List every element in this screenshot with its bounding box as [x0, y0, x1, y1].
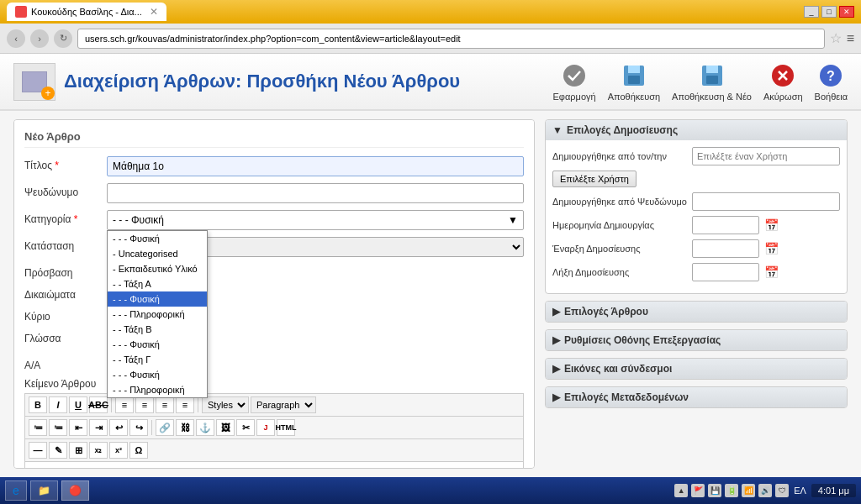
rte-align-right-button[interactable]: ≡ [156, 396, 174, 413]
publishing-section: ▼ Επιλογές Δημοσίευσης Δημιουργήθηκε από… [545, 119, 848, 294]
rte-edit-button[interactable]: ✎ [49, 442, 67, 459]
rte-body[interactable] [24, 461, 524, 469]
rte-bold-button[interactable]: B [29, 396, 47, 413]
created-by-row: Δημιουργήθηκε από τον/την [552, 147, 840, 165]
rte-unordered-list-button[interactable]: ≔ [29, 419, 47, 436]
title-input[interactable] [107, 156, 524, 176]
category-option-8[interactable]: - - Τάξη Γ [108, 352, 207, 367]
metadata-options-header[interactable]: ▶ Επιλογές Μεταδεδομένων [546, 387, 847, 407]
rte-table-button[interactable]: ⊞ [69, 442, 87, 459]
start-date-calendar-icon[interactable]: 📅 [764, 242, 779, 255]
alias-label: Ψευδώνυμο [24, 183, 100, 198]
rte-superscript-button[interactable]: x² [109, 442, 128, 459]
category-dropdown-trigger[interactable]: - - - Φυσική ▼ [107, 210, 524, 230]
browser-tab[interactable]: Κουκούδης Βασίλης - Δια... ✕ [7, 3, 166, 21]
category-option-1[interactable]: - Uncategorised [108, 246, 207, 261]
images-links-header[interactable]: ▶ Εικόνες και σύνδεσμοι [546, 359, 847, 379]
category-dropdown-open[interactable]: - - - Φυσική - Uncategorised - Εκπαιδευτ… [107, 230, 208, 398]
flag-icon: 🚩 [691, 484, 705, 497]
category-option-3[interactable]: - - Τάξη Α [108, 276, 207, 291]
created-date-input[interactable] [692, 216, 759, 234]
help-button[interactable]: ? Βοήθεια [815, 62, 848, 102]
screen-options-header[interactable]: ▶ Ρυθμίσεις Οθόνης Επεξεργασίας [546, 330, 847, 350]
article-options-title: Επιλογές Άρθρου [564, 306, 648, 318]
article-options-header[interactable]: ▶ Επιλογές Άρθρου [546, 302, 847, 322]
rte-paragraph-select[interactable]: Paragraph [251, 396, 316, 413]
bookmark-star-icon[interactable]: ☆ [830, 30, 842, 46]
svg-rect-6 [706, 76, 718, 84]
end-date-calendar-icon[interactable]: 📅 [764, 265, 779, 279]
taskbar-item-ie[interactable]: e [5, 480, 27, 501]
article-panel-title: Νέο Άρθρο [24, 130, 524, 148]
apply-button[interactable]: Εφαρμογή [552, 62, 595, 102]
taskbar-items: e 📁 🔴 [5, 480, 674, 501]
rte-align-justify-button[interactable]: ≡ [176, 396, 194, 413]
select-user-button[interactable]: Επιλέξτε Χρήστη [552, 171, 637, 187]
chrome-icon: 🔴 [69, 485, 82, 496]
back-button[interactable]: ‹ [7, 29, 25, 48]
created-by-input[interactable] [692, 147, 840, 165]
rte-underline-button[interactable]: U [69, 396, 87, 413]
start-date-input[interactable] [692, 239, 759, 258]
rte-outdent-button[interactable]: ⇤ [69, 419, 87, 436]
rte-subscript-button[interactable]: x₂ [89, 442, 108, 459]
end-date-input[interactable] [692, 263, 759, 281]
category-option-10[interactable]: - - - Πληροφορική [108, 382, 207, 397]
metadata-options-section: ▶ Επιλογές Μεταδεδομένων [545, 386, 848, 408]
save-button[interactable]: Αποθήκευση [608, 62, 660, 102]
tab-close-button[interactable]: ✕ [150, 6, 158, 18]
maximize-button[interactable]: □ [821, 6, 837, 18]
category-option-0[interactable]: - - - Φυσική [108, 231, 207, 246]
right-panel: ▼ Επιλογές Δημοσίευσης Δημιουργήθηκε από… [545, 119, 848, 469]
rte-image-button[interactable]: 🖼 [216, 419, 235, 436]
rte-omega-button[interactable]: Ω [129, 442, 148, 459]
rte-toolbar-1: B I U ABC ≡ ≡ ≡ ≡ Styles Paragraph [24, 393, 524, 416]
rte-align-left-button[interactable]: ≡ [115, 396, 134, 413]
rte-anchor-button[interactable]: ⚓ [196, 419, 214, 436]
toolbar-actions: Εφαρμογή Αποθήκευση Αποθήκευση & Νέο Ακύ… [552, 62, 848, 102]
address-bar[interactable] [77, 29, 825, 49]
rte-separator-1 [111, 397, 112, 412]
rte-styles-select[interactable]: Styles [202, 396, 249, 413]
rte-link-button[interactable]: 🔗 [156, 419, 174, 436]
alias-input[interactable] [107, 183, 524, 203]
rte-hr-button[interactable]: — [29, 442, 47, 459]
taskbar-item-chrome[interactable]: 🔴 [61, 480, 89, 501]
main-content: Νέο Άρθρο Τίτλος * Ψευδώνυμο Κατηγορία *… [0, 111, 861, 477]
page-logo-area: + Διαχείριση Άρθρων: Προσθήκη Νέου Άρθρο… [13, 63, 460, 101]
rte-html-button[interactable]: HTML [277, 419, 295, 436]
rte-redo-button[interactable]: ↪ [129, 419, 148, 436]
rte-ordered-list-button[interactable]: ≔ [49, 419, 67, 436]
close-button[interactable]: ✕ [839, 6, 854, 18]
category-option-7[interactable]: - - - Φυσική [108, 337, 207, 352]
up-arrow-icon: ▲ [674, 484, 688, 497]
rte-joomla-button[interactable]: J [256, 419, 275, 436]
left-panel: Νέο Άρθρο Τίτλος * Ψευδώνυμο Κατηγορία *… [13, 119, 535, 469]
rte-unlink-button[interactable]: ⛓ [176, 419, 194, 436]
browser-menu-icon[interactable]: ≡ [847, 31, 854, 46]
category-option-9[interactable]: - - - Φυσική [108, 367, 207, 382]
save-new-button[interactable]: Αποθήκευση & Νέο [672, 62, 752, 102]
rte-toolbar-3: — ✎ ⊞ x₂ x² Ω [24, 438, 524, 461]
publishing-section-header[interactable]: ▼ Επιλογές Δημοσίευσης [546, 120, 847, 140]
rte-undo-button[interactable]: ↩ [109, 419, 128, 436]
category-option-2[interactable]: - Εκπαιδευτικό Υλικό [108, 261, 207, 276]
rte-align-center-button[interactable]: ≡ [135, 396, 154, 413]
category-option-5[interactable]: - - - Πληροφορική [108, 307, 207, 322]
taskbar-item-explorer[interactable]: 📁 [30, 480, 58, 501]
end-date-row: Λήξη Δημοσίευσης 📅 [552, 263, 840, 281]
cancel-button[interactable]: Ακύρωση [763, 62, 803, 102]
rte-strikethrough-button[interactable]: ABC [89, 396, 108, 413]
rte-italic-button[interactable]: I [49, 396, 67, 413]
created-date-calendar-icon[interactable]: 📅 [764, 218, 779, 232]
category-option-4[interactable]: - - - Φυσική [108, 291, 207, 307]
created-alias-input[interactable] [692, 192, 840, 211]
title-row: Τίτλος * [24, 156, 524, 176]
rte-indent-button[interactable]: ⇥ [89, 419, 108, 436]
save-new-icon [699, 62, 726, 89]
refresh-button[interactable]: ↻ [54, 29, 72, 48]
category-option-6[interactable]: - - Τάξη Β [108, 322, 207, 337]
rte-cleanup-button[interactable]: ✂ [236, 419, 255, 436]
forward-button[interactable]: › [30, 29, 49, 48]
minimize-button[interactable]: _ [804, 6, 819, 18]
